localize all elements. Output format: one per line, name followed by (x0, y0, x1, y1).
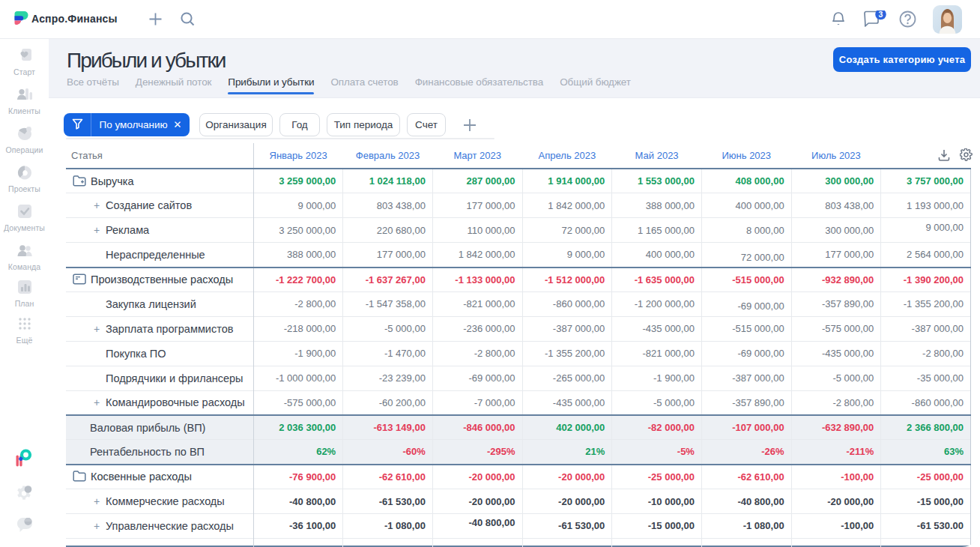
svg-text:3: 3 (879, 10, 883, 19)
